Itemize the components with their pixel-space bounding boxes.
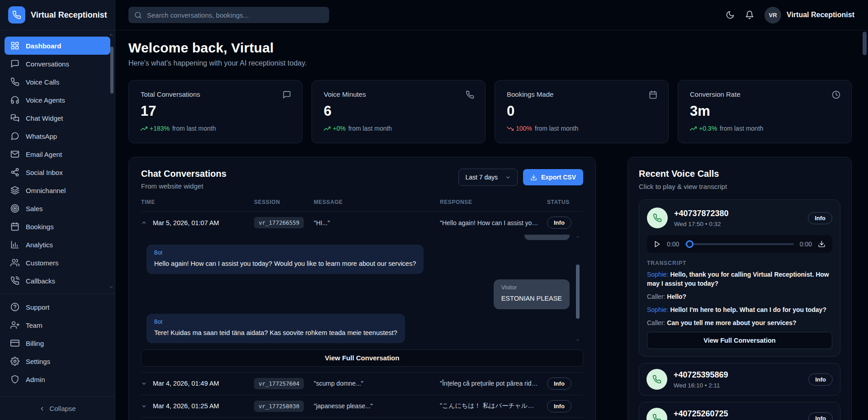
stats-row: Total Conversations 17 +183% from last m…: [128, 80, 852, 143]
sidebar-item-omnichannel[interactable]: Omnichannel: [5, 181, 110, 199]
sidebar-item-callbacks[interactable]: Callbacks: [5, 272, 110, 290]
sidebar-item-label: Chat Widget: [26, 114, 63, 122]
chevron-up-icon: [141, 220, 147, 226]
sidebar-item-settings[interactable]: Settings: [5, 352, 110, 370]
call-number: +40737872380: [674, 209, 729, 218]
chat-panel-title: Chat Conversations: [141, 169, 226, 179]
stat-label: Bookings Made: [507, 90, 656, 98]
view-full-conversation-button[interactable]: View Full Conversation: [647, 332, 832, 349]
help-circle-icon: [10, 302, 19, 311]
sidebar-item-dashboard[interactable]: Dashboard: [5, 37, 110, 55]
download-button[interactable]: [818, 240, 826, 248]
info-button[interactable]: Info: [808, 212, 832, 224]
sidebar-item-label: Sales: [26, 205, 43, 212]
bot-message-bubble: Bot Hello again! How can I assist you to…: [146, 245, 424, 274]
sidebar-item-bookings[interactable]: Bookings: [5, 217, 110, 236]
sidebar-item-label: Billing: [26, 340, 44, 347]
sidebar-item-chat-widget[interactable]: Chat Widget: [5, 109, 110, 127]
transcript-line: Caller: Hello?: [647, 293, 832, 302]
sidebar-item-conversations[interactable]: Conversations: [5, 55, 110, 73]
users-icon: [10, 258, 19, 267]
visitor-message-bubble: Visitor ESTONIAN PLEASE: [494, 279, 570, 309]
chat-bubbles-icon: [10, 113, 19, 123]
response-cell: "Hello again! How can I assist you toda.…: [440, 219, 547, 227]
bot-message-bubble: Bot Tere! Kuidas ma saan teid täna aidat…: [146, 314, 405, 343]
table-header: TIME SESSION MESSAGE RESPONSE STATUS: [141, 199, 583, 211]
slider-thumb[interactable]: [686, 240, 693, 248]
moon-icon: [726, 10, 735, 19]
message-square-icon: [283, 90, 291, 99]
sidebar-item-customers[interactable]: Customers: [5, 254, 110, 272]
scroll-down-icon: [576, 338, 580, 342]
page-scrollbar-thumb[interactable]: [863, 32, 867, 55]
sidebar-item-email-agent[interactable]: Email Agent: [5, 145, 110, 163]
speaker-name: Caller:: [647, 293, 665, 300]
call-list-item[interactable]: +40725395869 Wed 16:10 • 2:11 Info: [639, 363, 840, 396]
table-row[interactable]: Mar 4, 2026, 01:14 AM vr_177257662 "ce p…: [141, 417, 583, 420]
chevron-down-icon: [141, 403, 147, 409]
main-area: VR Virtual Receptionist Welcome back, Vi…: [115, 0, 868, 420]
voice-panel-subtitle: Click to play & view transcript: [639, 183, 840, 190]
headphones-icon: [10, 95, 19, 104]
session-badge: vr_177257604: [254, 378, 304, 389]
sidebar-item-label: Support: [26, 303, 50, 311]
sidebar-item-label: Social Inbox: [26, 169, 63, 176]
transcript: Sophie: Hello, thank you for calling Vir…: [647, 270, 832, 327]
table-row[interactable]: Mar 4, 2026, 01:25 AM vr_177258030 "japa…: [141, 395, 583, 417]
call-number: +40725395869: [674, 370, 728, 380]
sidebar-item-analytics[interactable]: Analytics: [5, 236, 110, 254]
notifications-button[interactable]: [745, 10, 754, 19]
info-button[interactable]: Info: [547, 378, 571, 390]
user-chip[interactable]: VR Virtual Receptionist: [764, 7, 854, 24]
phone-icon: [646, 408, 667, 420]
view-full-conversation-button[interactable]: View Full Conversation: [141, 349, 583, 367]
table-row[interactable]: Mar 4, 2026, 01:49 AM vr_177257604 "scum…: [141, 372, 583, 395]
chat-panel-header: Chat Conversations From website widget L…: [141, 169, 583, 190]
info-button[interactable]: Info: [547, 400, 571, 412]
info-button[interactable]: Info: [808, 373, 833, 386]
nav-scrollbar-thumb[interactable]: [110, 47, 113, 94]
sidebar-item-support[interactable]: Support: [5, 298, 110, 316]
sidebar-item-voice-agents[interactable]: Voice Agents: [5, 91, 110, 109]
info-button[interactable]: Info: [808, 412, 833, 420]
date-range-select[interactable]: Last 7 days: [458, 169, 518, 186]
active-call-card[interactable]: +40737872380 Wed 17:50 • 0:32 Info 0:00 …: [639, 199, 840, 357]
stat-delta: 100% from last month: [507, 125, 656, 132]
sidebar-item-team[interactable]: Team: [5, 316, 110, 334]
bell-icon: [745, 10, 754, 19]
phone-icon: [10, 77, 19, 86]
export-csv-button[interactable]: Export CSV: [523, 169, 583, 185]
call-list-item[interactable]: +40725260725 Tue 12:39 • 0:47 Info: [639, 402, 840, 420]
info-button[interactable]: Info: [547, 217, 571, 229]
collapse-label: Collapse: [49, 405, 75, 412]
topbar-right: VR Virtual Receptionist: [726, 7, 854, 24]
sidebar-item-billing[interactable]: Billing: [5, 334, 110, 352]
search-input[interactable]: [147, 11, 323, 19]
sidebar-item-label: WhatsApp: [26, 132, 57, 140]
nav-scroll-down-icon[interactable]: [108, 284, 114, 290]
partial-visitor-bubble: [524, 235, 570, 240]
nav-scroll-up-icon[interactable]: [108, 32, 114, 38]
phone-call-icon: [10, 276, 19, 285]
sidebar-item-label: Team: [26, 321, 42, 329]
play-button[interactable]: [654, 241, 661, 248]
sidebar-item-sales[interactable]: Sales: [5, 199, 110, 217]
recent-voice-calls-panel: Recent Voice Calls Click to play & view …: [627, 157, 852, 420]
table-row[interactable]: Mar 5, 2026, 01:07 AM vr_177266559 "HI..…: [141, 211, 583, 234]
sidebar-item-voice-calls[interactable]: Voice Calls: [5, 73, 110, 91]
clock-icon: [832, 90, 840, 99]
chat-scrollbar-thumb[interactable]: [576, 264, 580, 319]
theme-toggle-button[interactable]: [726, 10, 735, 19]
collapse-button[interactable]: Collapse: [0, 396, 115, 420]
sidebar-item-admin[interactable]: Admin: [5, 370, 110, 388]
sidebar-divider: [0, 293, 115, 294]
sidebar-item-social-inbox[interactable]: Social Inbox: [5, 163, 110, 181]
chat-scrollbar[interactable]: [575, 235, 580, 342]
current-time: 0:00: [667, 241, 679, 248]
sidebar-item-whatsapp[interactable]: WhatsApp: [5, 127, 110, 145]
sidebar-item-label: Customers: [26, 259, 59, 267]
page-content: Welcome back, Virtual Here's what's happ…: [115, 30, 868, 420]
seek-slider[interactable]: [685, 243, 794, 245]
bubble-text: Tere! Kuidas ma saan teid täna aidata? K…: [154, 328, 397, 337]
trend-up-icon: [690, 125, 697, 132]
